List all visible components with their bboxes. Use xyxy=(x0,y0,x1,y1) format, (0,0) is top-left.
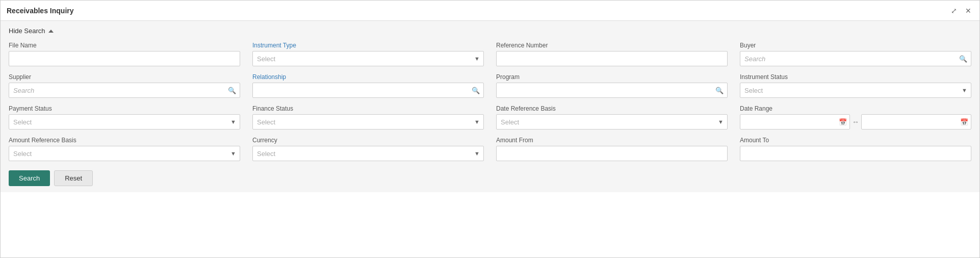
file-name-label: File Name xyxy=(9,42,240,49)
date-reference-basis-label: Date Reference Basis xyxy=(496,105,728,112)
date-reference-basis-select-wrapper: Select ▼ xyxy=(496,114,728,130)
date-to-wrapper: 📅 xyxy=(861,114,971,130)
instrument-status-group: Instrument Status Select ▼ xyxy=(740,73,971,98)
instrument-status-select-wrapper: Select ▼ xyxy=(740,83,971,98)
hide-search-toggle[interactable]: Hide Search xyxy=(9,27,971,35)
relationship-label: Relationship xyxy=(252,73,484,81)
title-bar-controls: ⤢ ✕ xyxy=(949,6,973,16)
file-name-group: File Name xyxy=(9,42,240,66)
amount-reference-basis-select-wrapper: Select ▼ xyxy=(9,146,240,161)
amount-reference-basis-select[interactable]: Select xyxy=(9,146,240,161)
date-range-group: Date Range 📅 ↔ 📅 xyxy=(740,105,971,130)
reference-number-group: Reference Number xyxy=(496,42,728,66)
finance-status-group: Finance Status Select ▼ xyxy=(252,105,484,130)
action-buttons: Search Reset xyxy=(9,170,971,186)
payment-status-group: Payment Status Select ▼ xyxy=(9,105,240,130)
buyer-input[interactable] xyxy=(740,51,971,66)
program-group: Program 🔍 xyxy=(496,73,728,98)
amount-from-group: Amount From xyxy=(496,137,728,161)
buyer-label: Buyer xyxy=(740,42,971,49)
finance-status-label: Finance Status xyxy=(252,105,484,112)
close-button[interactable]: ✕ xyxy=(963,6,973,16)
currency-select-wrapper: Select ▼ xyxy=(252,146,484,161)
amount-from-input[interactable] xyxy=(496,146,728,161)
amount-from-label: Amount From xyxy=(496,137,728,144)
buyer-input-wrapper: 🔍 xyxy=(740,51,971,66)
payment-status-select[interactable]: Select xyxy=(9,114,240,130)
amount-to-group: Amount To xyxy=(740,137,971,161)
date-range-label: Date Range xyxy=(740,105,971,112)
search-button[interactable]: Search xyxy=(9,170,50,186)
payment-status-label: Payment Status xyxy=(9,105,240,112)
reference-number-label: Reference Number xyxy=(496,42,728,49)
expand-button[interactable]: ⤢ xyxy=(949,6,959,16)
buyer-group: Buyer 🔍 xyxy=(740,42,971,66)
amount-to-label: Amount To xyxy=(740,137,971,144)
reference-number-input[interactable] xyxy=(496,51,728,66)
main-window: Receivables Inquiry ⤢ ✕ Hide Search File… xyxy=(0,0,980,258)
instrument-type-group: Instrument Type Select ▼ xyxy=(252,42,484,66)
instrument-type-select[interactable]: Select xyxy=(252,51,484,66)
date-from-wrapper: 📅 xyxy=(740,114,850,130)
hide-search-label: Hide Search xyxy=(9,27,45,35)
instrument-status-label: Instrument Status xyxy=(740,73,971,81)
currency-select[interactable]: Select xyxy=(252,146,484,161)
currency-group: Currency Select ▼ xyxy=(252,137,484,161)
search-form: File Name Instrument Type Select ▼ Refer… xyxy=(9,42,971,168)
content-area: Hide Search File Name Instrument Type Se… xyxy=(1,21,979,192)
program-label: Program xyxy=(496,73,728,81)
reset-button[interactable]: Reset xyxy=(54,170,93,186)
program-input-wrapper: 🔍 xyxy=(496,83,728,98)
date-reference-basis-select[interactable]: Select xyxy=(496,114,728,130)
amount-to-input[interactable] xyxy=(740,146,971,161)
relationship-input-wrapper: 🔍 xyxy=(252,83,484,98)
payment-status-select-wrapper: Select ▼ xyxy=(9,114,240,130)
finance-status-select-wrapper: Select ▼ xyxy=(252,114,484,130)
date-from-input[interactable] xyxy=(740,114,850,130)
instrument-type-select-wrapper: Select ▼ xyxy=(252,51,484,66)
supplier-label: Supplier xyxy=(9,73,240,81)
amount-reference-basis-group: Amount Reference Basis Select ▼ xyxy=(9,137,240,161)
finance-status-select[interactable]: Select xyxy=(252,114,484,130)
date-to-input[interactable] xyxy=(861,114,971,130)
relationship-input[interactable] xyxy=(252,83,484,98)
file-name-input[interactable] xyxy=(9,51,240,66)
arrow-up-icon xyxy=(48,30,54,33)
amount-reference-basis-label: Amount Reference Basis xyxy=(9,137,240,144)
relationship-group: Relationship 🔍 xyxy=(252,73,484,98)
title-bar: Receivables Inquiry ⤢ ✕ xyxy=(1,1,979,21)
date-reference-basis-group: Date Reference Basis Select ▼ xyxy=(496,105,728,130)
instrument-status-select[interactable]: Select xyxy=(740,83,971,98)
supplier-group: Supplier 🔍 xyxy=(9,73,240,98)
currency-label: Currency xyxy=(252,137,484,144)
date-range-wrapper: 📅 ↔ 📅 xyxy=(740,114,971,130)
date-separator-icon: ↔ xyxy=(852,118,859,126)
window-title: Receivables Inquiry xyxy=(7,7,74,15)
program-input[interactable] xyxy=(496,83,728,98)
supplier-input-wrapper: 🔍 xyxy=(9,83,240,98)
supplier-input[interactable] xyxy=(9,83,240,98)
instrument-type-label: Instrument Type xyxy=(252,42,484,49)
